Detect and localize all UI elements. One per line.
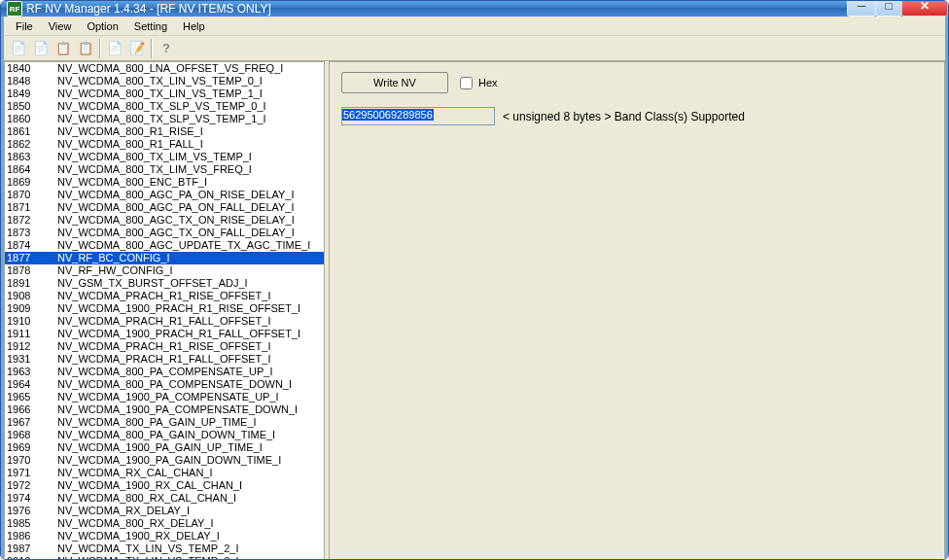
list-item[interactable]: 1912NV_WCDMA_PRACH_R1_RISE_OFFSET_I <box>5 340 324 353</box>
list1-icon[interactable]: 📋 <box>53 38 74 59</box>
item-id: 1909 <box>7 302 57 315</box>
list-item[interactable]: 1871NV_WCDMA_800_AGC_PA_ON_FALL_DELAY_I <box>5 201 324 214</box>
item-id: 1963 <box>7 366 57 378</box>
list-item[interactable]: 1963NV_WCDMA_800_PA_COMPENSATE_UP_I <box>5 366 324 378</box>
item-name: NV_WCDMA_800_PA_COMPENSATE_DOWN_I <box>57 378 292 391</box>
toolbar-separator <box>151 39 153 58</box>
item-id: 1870 <box>7 189 57 201</box>
titlebar[interactable]: RF RF NV Manager 1.4.34 - [RF NV ITEMS O… <box>1 1 948 17</box>
list-item[interactable]: 1874NV_WCDMA_800_AGC_UPDATE_TX_AGC_TIME_… <box>5 239 324 252</box>
item-id: 1869 <box>7 176 57 189</box>
list-item[interactable]: 1967NV_WCDMA_800_PA_GAIN_UP_TIME_I <box>5 416 324 429</box>
list-item[interactable]: 1972NV_WCDMA_1900_RX_CAL_CHAN_I <box>5 479 324 492</box>
list-item[interactable]: 1969NV_WCDMA_1900_PA_GAIN_UP_TIME_I <box>5 441 324 454</box>
list-item[interactable]: 1987NV_WCDMA_TX_LIN_VS_TEMP_2_I <box>5 542 324 555</box>
script-icon[interactable]: 📝 <box>126 38 148 59</box>
list-item[interactable]: 1965NV_WCDMA_1900_PA_COMPENSATE_UP_I <box>5 391 324 403</box>
list-item[interactable]: 1986NV_WCDMA_1900_RX_DELAY_I <box>5 530 324 542</box>
menu-option[interactable]: Option <box>79 18 125 34</box>
item-id: 1860 <box>7 113 57 125</box>
item-name: NV_WCDMA_800_TX_LIN_VS_TEMP_0_I <box>57 75 263 88</box>
item-name: NV_WCDMA_800_AGC_PA_ON_RISE_DELAY_I <box>57 189 295 201</box>
doc-icon[interactable]: 📄 <box>104 38 125 59</box>
item-id: 1931 <box>7 353 57 366</box>
list-item[interactable]: 1964NV_WCDMA_800_PA_COMPENSATE_DOWN_I <box>5 378 324 391</box>
list-item[interactable]: 1878NV_RF_HW_CONFIG_I <box>5 264 324 277</box>
value-input[interactable]: 562950069289856 <box>341 107 495 125</box>
list-item[interactable]: 1840NV_WCDMA_800_LNA_OFFSET_VS_FREQ_I <box>5 62 324 75</box>
item-id: 1848 <box>7 75 57 88</box>
list-item[interactable]: 1862NV_WCDMA_800_R1_FALL_I <box>5 138 324 151</box>
file-open-icon[interactable]: 📄 <box>8 38 29 59</box>
item-name: NV_WCDMA_1900_PA_GAIN_UP_TIME_I <box>57 441 263 454</box>
list-item[interactable]: 1974NV_WCDMA_800_RX_CAL_CHAN_I <box>5 492 324 505</box>
item-id: 1908 <box>7 290 57 302</box>
list-item[interactable]: 1873NV_WCDMA_800_AGC_TX_ON_FALL_DELAY_I <box>5 227 324 239</box>
item-name: NV_WCDMA_800_TX_SLP_VS_TEMP_0_I <box>57 100 266 113</box>
list-item[interactable]: 1976NV_WCDMA_RX_DELAY_I <box>5 505 324 517</box>
menu-file[interactable]: File <box>8 18 41 34</box>
list-item[interactable]: 2013NV_WCDMA_TX_LIN_VS_TEMP_3_I <box>5 555 324 560</box>
toolbar-separator <box>99 39 101 58</box>
item-name: NV_WCDMA_800_TX_SLP_VS_TEMP_1_I <box>57 113 266 125</box>
item-name: NV_WCDMA_800_TX_LIN_VS_TEMP_1_I <box>57 88 263 100</box>
item-id: 2013 <box>7 555 57 560</box>
list-item[interactable]: 1970NV_WCDMA_1900_PA_GAIN_DOWN_TIME_I <box>5 454 324 467</box>
menu-setting[interactable]: Setting <box>126 18 175 34</box>
item-name: NV_WCDMA_1900_PA_COMPENSATE_DOWN_I <box>57 403 298 416</box>
item-id: 1840 <box>7 62 57 75</box>
list-item[interactable]: 1971NV_WCDMA_RX_CAL_CHAN_I <box>5 467 324 479</box>
close-button[interactable]: ✕ <box>901 0 948 17</box>
help-icon[interactable]: ? <box>156 38 177 59</box>
list-item[interactable]: 1864NV_WCDMA_800_TX_LIM_VS_FREQ_I <box>5 163 324 176</box>
item-id: 1872 <box>7 214 57 227</box>
list-item[interactable]: 1877NV_RF_BC_CONFIG_I <box>5 252 324 264</box>
item-id: 1966 <box>7 403 57 416</box>
list-item[interactable]: 1908NV_WCDMA_PRACH_R1_RISE_OFFSET_I <box>5 290 324 302</box>
list-item[interactable]: 1985NV_WCDMA_800_RX_DELAY_I <box>5 517 324 530</box>
item-id: 1910 <box>7 315 57 328</box>
value-type-label: < unsigned 8 bytes > Band Class(s) Suppo… <box>503 110 745 123</box>
nv-item-list[interactable]: 1840NV_WCDMA_800_LNA_OFFSET_VS_FREQ_I184… <box>5 62 324 560</box>
list-item[interactable]: 1870NV_WCDMA_800_AGC_PA_ON_RISE_DELAY_I <box>5 189 324 201</box>
item-name: NV_WCDMA_RX_DELAY_I <box>57 505 190 517</box>
item-name: NV_WCDMA_1900_PA_COMPENSATE_UP_I <box>57 391 279 403</box>
item-name: NV_WCDMA_800_AGC_TX_ON_FALL_DELAY_I <box>57 227 295 239</box>
item-name: NV_WCDMA_PRACH_R1_FALL_OFFSET_I <box>57 315 270 328</box>
list-item[interactable]: 1968NV_WCDMA_800_PA_GAIN_DOWN_TIME_I <box>5 429 324 441</box>
list-item[interactable]: 1910NV_WCDMA_PRACH_R1_FALL_OFFSET_I <box>5 315 324 328</box>
file-red-icon[interactable]: 📄 <box>30 38 52 59</box>
window-title: RF NV Manager 1.4.34 - [RF NV ITEMS ONLY… <box>26 2 848 16</box>
list-item[interactable]: 1891NV_GSM_TX_BURST_OFFSET_ADJ_I <box>5 277 324 290</box>
list-item[interactable]: 1911NV_WCDMA_1900_PRACH_R1_FALL_OFFSET_I <box>5 328 324 340</box>
write-nv-button[interactable]: Write NV <box>341 72 448 93</box>
item-id: 1987 <box>7 542 57 555</box>
list-item[interactable]: 1861NV_WCDMA_800_R1_RISE_I <box>5 125 324 138</box>
menu-view[interactable]: View <box>41 18 80 34</box>
list-item[interactable]: 1848NV_WCDMA_800_TX_LIN_VS_TEMP_0_I <box>5 75 324 88</box>
list-item[interactable]: 1872NV_WCDMA_800_AGC_TX_ON_RISE_DELAY_I <box>5 214 324 227</box>
item-name: NV_WCDMA_PRACH_R1_FALL_OFFSET_I <box>57 353 270 366</box>
maximize-button[interactable]: □ <box>875 0 902 17</box>
app-window: RF RF NV Manager 1.4.34 - [RF NV ITEMS O… <box>0 0 949 560</box>
list-item[interactable]: 1869NV_WCDMA_800_ENC_BTF_I <box>5 176 324 189</box>
list-item[interactable]: 1966NV_WCDMA_1900_PA_COMPENSATE_DOWN_I <box>5 403 324 416</box>
hex-checkbox-wrap[interactable]: Hex <box>460 77 498 89</box>
list-item[interactable]: 1849NV_WCDMA_800_TX_LIN_VS_TEMP_1_I <box>5 88 324 100</box>
item-id: 1974 <box>7 492 57 505</box>
item-name: NV_WCDMA_800_TX_LIM_VS_TEMP_I <box>57 151 252 163</box>
list-item[interactable]: 1850NV_WCDMA_800_TX_SLP_VS_TEMP_0_I <box>5 100 324 113</box>
minimize-button[interactable]: ─ <box>847 0 876 17</box>
item-name: NV_WCDMA_1900_RX_DELAY_I <box>57 530 220 542</box>
list-item[interactable]: 1931NV_WCDMA_PRACH_R1_FALL_OFFSET_I <box>5 353 324 366</box>
hex-checkbox[interactable] <box>460 77 473 89</box>
toolbar: 📄 📄 📋 📋 📄 📝 ? <box>4 36 945 61</box>
item-name: NV_WCDMA_PRACH_R1_RISE_OFFSET_I <box>57 290 270 302</box>
list-item[interactable]: 1909NV_WCDMA_1900_PRACH_R1_RISE_OFFSET_I <box>5 302 324 315</box>
list2-icon[interactable]: 📋 <box>75 38 96 59</box>
item-id: 1986 <box>7 530 57 542</box>
list-item[interactable]: 1863NV_WCDMA_800_TX_LIM_VS_TEMP_I <box>5 151 324 163</box>
list-item[interactable]: 1860NV_WCDMA_800_TX_SLP_VS_TEMP_1_I <box>5 113 324 125</box>
item-name: NV_WCDMA_800_AGC_TX_ON_RISE_DELAY_I <box>57 214 295 227</box>
menu-help[interactable]: Help <box>175 18 213 34</box>
